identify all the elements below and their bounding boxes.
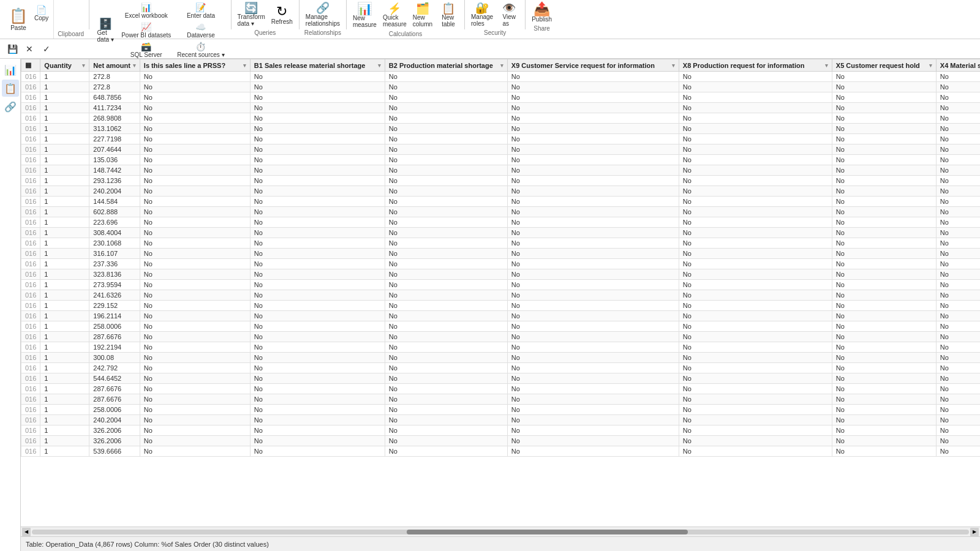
excel-icon: 📊: [141, 2, 151, 12]
quick-measure-icon: ⚡: [388, 3, 401, 14]
view-as-button[interactable]: 👁️ Viewas: [497, 1, 521, 28]
view-as-icon: 👁️: [502, 2, 516, 13]
paste-label: Paste: [10, 24, 26, 31]
excel-label: Excel workbook: [125, 12, 168, 19]
queries-group: 🔄 Transformdata ▾ ↻ Refresh Queries: [233, 0, 298, 39]
dataverse-button[interactable]: ☁️ Dataverse: [175, 21, 227, 40]
enter-data-button[interactable]: 📝 Enter data: [175, 1, 227, 20]
transform-data-label: Transformdata ▾: [238, 13, 265, 27]
new-table-icon: 📋: [442, 3, 455, 14]
quick-measure-label: Quickmeasure: [383, 14, 407, 28]
refresh-button[interactable]: ↻ Refresh: [269, 4, 295, 26]
publish-button[interactable]: 📤 Publish: [529, 1, 554, 24]
calculations-group: 📊 Newmeasure ⚡ Quickmeasure 🗂️ Newcolumn…: [348, 0, 463, 39]
dataverse-icon: ☁️: [195, 22, 206, 32]
clipboard-label: Clipboard: [54, 31, 88, 37]
power-bi-label: Power BI datasets: [121, 32, 171, 39]
cancel-button[interactable]: ✕: [22, 42, 37, 56]
excel-workbook-button[interactable]: 📊 Excel workbook: [119, 1, 173, 20]
publish-icon: 📤: [533, 2, 550, 16]
new-measure-button[interactable]: 📊 Newmeasure: [350, 1, 379, 29]
transform-data-button[interactable]: 🔄 Transformdata ▾: [235, 1, 268, 28]
manage-relationships-icon: 🔗: [316, 2, 330, 13]
recent-sources-button[interactable]: ⏱️ Recent sources ▾: [175, 40, 227, 59]
sql-server-button[interactable]: 🗃️ SQL Server: [119, 40, 173, 59]
paste-button[interactable]: 📋 Paste: [5, 1, 32, 37]
power-bi-icon: 📈: [141, 22, 151, 32]
new-measure-icon: 📊: [357, 2, 372, 15]
calculations-label: Calculations: [389, 31, 422, 37]
power-bi-datasets-button[interactable]: 📈 Power BI datasets: [119, 21, 173, 40]
manage-relationships-label: Managerelationships: [306, 13, 340, 27]
copy-label: Copy: [34, 15, 48, 21]
new-measure-label: Newmeasure: [353, 15, 377, 28]
copy-icon: 📄: [36, 5, 47, 15]
quick-measure-button[interactable]: ⚡ Quickmeasure: [380, 2, 409, 29]
manage-roles-icon: 🔐: [475, 2, 489, 13]
refresh-label: Refresh: [271, 18, 293, 25]
clipboard-group: 📋 Paste 📄 Copy: [2, 0, 54, 39]
sql-icon: 🗃️: [141, 42, 151, 51]
new-table-label: Newtable: [442, 14, 455, 28]
relationships-label: Relationships: [304, 29, 341, 36]
share-group: 📤 Publish Share: [527, 0, 557, 39]
manage-relationships-button[interactable]: 🔗 Managerelationships: [303, 1, 342, 28]
enter-data-label: Enter data: [187, 12, 215, 19]
manage-roles-label: Manageroles: [471, 13, 493, 27]
get-data-button[interactable]: 🗄️ Getdata ▾: [93, 17, 118, 44]
get-data-icon: 🗄️: [99, 18, 112, 29]
toolbar: 📋 Paste 📄 Copy Clipboard 🗄️ Getdata ▾ 📊 …: [0, 0, 980, 39]
copy-button[interactable]: 📄 Copy: [32, 4, 51, 23]
share-label: Share: [533, 25, 550, 32]
sql-label: SQL Server: [130, 51, 162, 58]
recent-sources-label: Recent sources ▾: [177, 51, 224, 58]
security-label: Security: [484, 29, 506, 36]
security-group: 🔐 Manageroles 👁️ Viewas Security: [466, 0, 524, 39]
relationships-group: 🔗 Managerelationships Relationships: [301, 0, 345, 39]
publish-label: Publish: [532, 16, 552, 23]
get-data-label: Getdata ▾: [97, 29, 114, 43]
data-group: 🗄️ Getdata ▾ 📊 Excel workbook 📈 Power BI…: [91, 0, 229, 39]
queries-label: Queries: [254, 29, 276, 36]
new-column-icon: 🗂️: [416, 3, 429, 14]
manage-roles-button[interactable]: 🔐 Manageroles: [469, 1, 496, 28]
recent-sources-icon: ⏱️: [195, 42, 206, 51]
dataverse-label: Dataverse: [187, 32, 215, 39]
enter-data-icon: 📝: [195, 2, 206, 12]
apply-button[interactable]: ✓: [39, 42, 54, 56]
transform-data-icon: 🔄: [244, 2, 258, 13]
new-column-button[interactable]: 🗂️ Newcolumn: [410, 2, 435, 29]
new-table-button[interactable]: 📋 Newtable: [436, 2, 461, 29]
paste-icon: 📋: [9, 7, 28, 24]
view-as-label: Viewas: [502, 13, 516, 27]
new-column-label: Newcolumn: [413, 14, 432, 28]
refresh-icon: ↻: [276, 5, 287, 18]
save-button[interactable]: 💾: [5, 42, 20, 56]
